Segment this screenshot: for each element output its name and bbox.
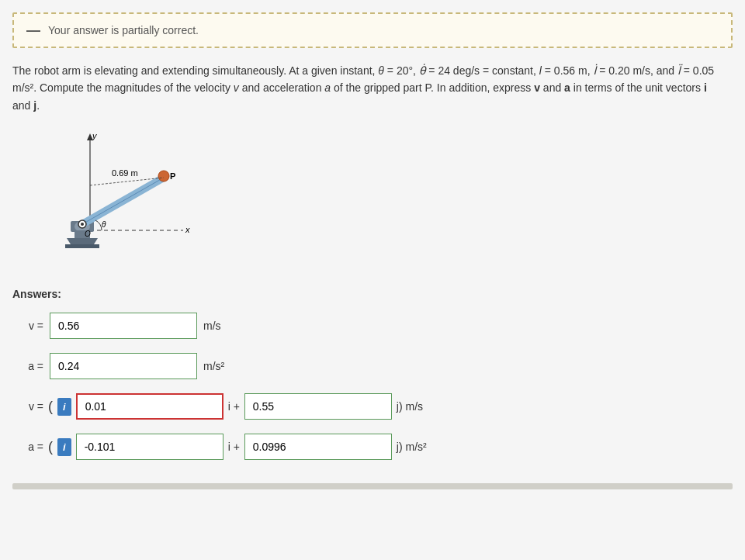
svg-text:0.69 m: 0.69 m: [112, 168, 138, 178]
a-i-input[interactable]: [76, 434, 224, 460]
svg-point-12: [158, 171, 169, 181]
v-i-input[interactable]: [76, 393, 224, 420]
v-open-paren: (: [48, 399, 53, 415]
a-plus: i +: [228, 441, 240, 453]
v-vector-row: v = ( i i + j) m/s: [12, 393, 733, 420]
svg-point-18: [81, 223, 84, 226]
v-vector-label: v =: [12, 400, 43, 413]
a-scalar-unit: m/s²: [203, 360, 224, 372]
svg-rect-9: [65, 244, 99, 248]
svg-text:y: y: [92, 131, 98, 140]
a-i-badge: i: [57, 438, 71, 456]
a-scalar-label: a =: [12, 360, 43, 372]
a-vector-row: a = ( i i + j) m/s²: [12, 434, 733, 460]
svg-text:P: P: [170, 171, 175, 181]
svg-marker-8: [67, 238, 98, 244]
diagram-container: y x P 0.69 m θ O: [28, 130, 199, 269]
v-j-input[interactable]: [244, 393, 392, 420]
a-j-suffix: j) m/s²: [397, 441, 427, 453]
v-scalar-row: v = m/s: [12, 313, 733, 339]
footer-bar: [12, 483, 733, 489]
v-scalar-label: v =: [12, 320, 43, 332]
v-scalar-unit: m/s: [203, 320, 221, 332]
svg-text:O: O: [85, 230, 91, 238]
v-plus: i +: [228, 400, 240, 413]
partial-correct-banner: — Your answer is partially correct.: [12, 12, 733, 48]
problem-text: The robot arm is elevating and extending…: [12, 62, 726, 114]
a-j-input[interactable]: [244, 434, 392, 460]
a-scalar-row: a = m/s²: [12, 353, 733, 379]
answers-section: Answers: v = m/s a = m/s² v = ( i i + j)…: [12, 288, 733, 460]
a-scalar-input[interactable]: [50, 353, 197, 379]
banner-icon: —: [26, 23, 40, 37]
banner-text: Your answer is partially correct.: [48, 24, 199, 36]
a-open-paren: (: [48, 439, 53, 455]
v-scalar-input[interactable]: [50, 313, 197, 339]
robot-arm-diagram: y x P 0.69 m θ O: [28, 130, 199, 269]
v-i-badge: i: [57, 398, 71, 416]
svg-text:θ: θ: [102, 220, 106, 229]
svg-text:x: x: [185, 225, 190, 234]
a-vector-label: a =: [12, 441, 43, 453]
answers-label: Answers:: [12, 288, 733, 300]
v-j-suffix: j) m/s: [397, 400, 423, 413]
